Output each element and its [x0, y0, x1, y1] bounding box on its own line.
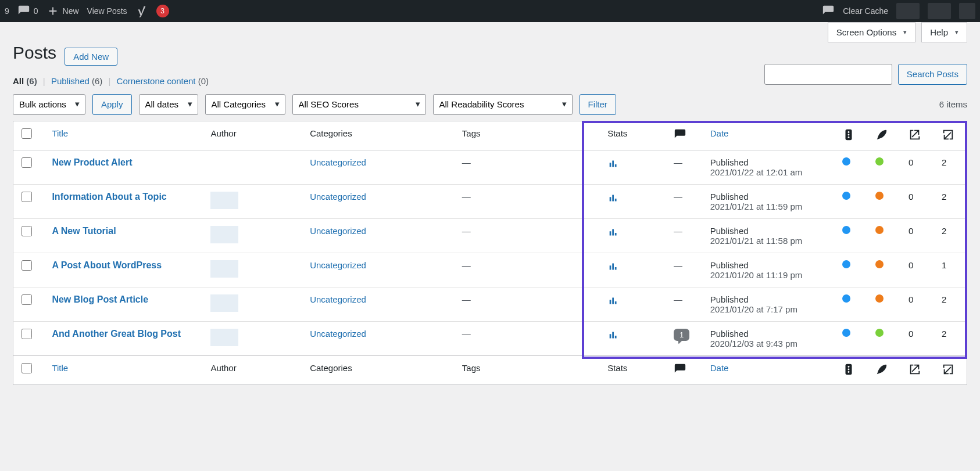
feather-icon: [875, 363, 888, 376]
outgoing-links-icon: [909, 363, 921, 376]
category-link[interactable]: Uncategorized: [310, 226, 366, 236]
search-input[interactable]: [764, 64, 892, 85]
filter-published[interactable]: Published (6): [51, 76, 102, 86]
col-readability[interactable]: [867, 121, 900, 150]
outgoing-links-icon: [909, 128, 921, 141]
ab-clear-cache[interactable]: Clear Cache: [843, 6, 888, 16]
col-incoming[interactable]: [933, 121, 967, 150]
filter-button[interactable]: Filter: [580, 94, 616, 115]
svg-point-1: [848, 131, 850, 132]
comment-icon: [674, 128, 686, 141]
readability-dot: [875, 260, 884, 268]
ab-comments[interactable]: 0: [17, 5, 38, 17]
filter-all[interactable]: All (6): [13, 76, 37, 86]
col-outgoing[interactable]: [900, 355, 933, 384]
date-when: 2021/01/20 at 7:17 pm: [710, 304, 797, 314]
row-checkbox[interactable]: [22, 294, 32, 305]
ab-updates[interactable]: 9: [5, 6, 9, 16]
svg-point-6: [848, 368, 850, 370]
incoming-links-icon: [942, 128, 954, 141]
col-title[interactable]: Title: [52, 363, 68, 373]
col-categories: Categories: [302, 121, 454, 150]
comments-dash: —: [674, 260, 682, 270]
col-seo[interactable]: [834, 121, 867, 150]
ab-yoast[interactable]: [135, 5, 148, 17]
categories-select[interactable]: All Categories: [205, 94, 285, 115]
category-link[interactable]: Uncategorized: [310, 157, 366, 167]
row-checkbox[interactable]: [22, 226, 32, 236]
help-button[interactable]: Help: [921, 22, 967, 42]
col-date[interactable]: Date: [710, 363, 729, 373]
post-title-link[interactable]: New Product Alert: [52, 157, 132, 167]
date-when: 2021/01/22 at 12:01 am: [710, 167, 802, 177]
comments-dash: —: [674, 157, 682, 167]
ab-comments-count: 0: [34, 6, 38, 16]
screen-options-button[interactable]: Screen Options: [828, 22, 915, 42]
table-row: New Product Alert Uncategorized — — Publ…: [13, 150, 967, 184]
post-title-link[interactable]: And Another Great Blog Post: [52, 329, 181, 339]
feather-icon: [875, 128, 888, 141]
post-title-link[interactable]: A New Tutorial: [52, 226, 116, 236]
table-row: Information About a Topic Uncategorized …: [13, 184, 967, 218]
row-checkbox[interactable]: [22, 157, 32, 168]
ab-speech[interactable]: [822, 5, 835, 17]
table-row: A Post About WordPress Uncategorized — —…: [13, 253, 967, 287]
readability-dot: [875, 157, 884, 166]
category-link[interactable]: Uncategorized: [310, 294, 366, 304]
row-checkbox[interactable]: [22, 192, 32, 202]
bulk-actions-select[interactable]: Bulk actions: [13, 94, 85, 115]
col-incoming[interactable]: [933, 355, 967, 384]
incoming-count: 2: [933, 218, 967, 253]
tags-dash: —: [462, 260, 471, 270]
traffic-icon: [842, 128, 855, 141]
search-button[interactable]: Search Posts: [898, 64, 967, 85]
stats-cell[interactable]: [599, 184, 666, 218]
apply-button[interactable]: Apply: [92, 94, 132, 115]
row-checkbox[interactable]: [22, 260, 32, 271]
col-comments[interactable]: [666, 121, 702, 150]
readability-select[interactable]: All Readability Scores: [433, 94, 573, 115]
col-title[interactable]: Title: [52, 128, 68, 138]
category-link[interactable]: Uncategorized: [310, 192, 366, 202]
add-new-button[interactable]: Add New: [65, 48, 117, 66]
comments-dash: —: [674, 294, 682, 304]
category-link[interactable]: Uncategorized: [310, 260, 366, 270]
col-readability[interactable]: [867, 355, 900, 384]
select-all-checkbox[interactable]: [22, 128, 32, 139]
tags-dash: —: [462, 329, 471, 339]
date-status: Published: [710, 329, 827, 339]
stats-cell[interactable]: [599, 253, 666, 287]
help-label: Help: [930, 27, 948, 37]
row-checkbox[interactable]: [22, 329, 32, 339]
traffic-icon: [842, 363, 855, 376]
col-comments[interactable]: [666, 355, 702, 384]
items-count: 6 items: [939, 99, 967, 109]
dates-select[interactable]: All dates: [139, 94, 198, 115]
post-title-link[interactable]: A Post About WordPress: [52, 260, 162, 270]
stats-cell[interactable]: [599, 287, 666, 321]
date-when: 2021/01/21 at 11:58 pm: [710, 236, 802, 246]
col-seo[interactable]: [834, 355, 867, 384]
stats-cell[interactable]: [599, 218, 666, 253]
outgoing-count: 0: [900, 321, 933, 355]
ab-badge[interactable]: 3: [156, 5, 169, 17]
author-avatar: [210, 329, 238, 346]
ab-new[interactable]: New: [47, 5, 79, 17]
col-outgoing[interactable]: [900, 121, 933, 150]
seo-dot: [842, 226, 850, 234]
seo-select[interactable]: All SEO Scores: [292, 94, 426, 115]
select-all-checkbox[interactable]: [22, 363, 32, 373]
filter-cornerstone[interactable]: Cornerstone content (0): [117, 76, 209, 86]
stats-cell[interactable]: [599, 150, 666, 184]
stats-cell[interactable]: [599, 321, 666, 355]
svg-point-7: [848, 371, 850, 373]
post-title-link[interactable]: New Blog Post Article: [52, 294, 148, 304]
ab-view-posts[interactable]: View Posts: [87, 6, 127, 16]
stats-icon: [607, 260, 620, 273]
category-link[interactable]: Uncategorized: [310, 329, 366, 339]
comments-count[interactable]: 1: [674, 329, 689, 341]
post-title-link[interactable]: Information About a Topic: [52, 192, 166, 202]
col-date[interactable]: Date: [710, 128, 729, 138]
screen-options-label: Screen Options: [836, 27, 896, 37]
table-row: A New Tutorial Uncategorized — — Publish…: [13, 218, 967, 253]
